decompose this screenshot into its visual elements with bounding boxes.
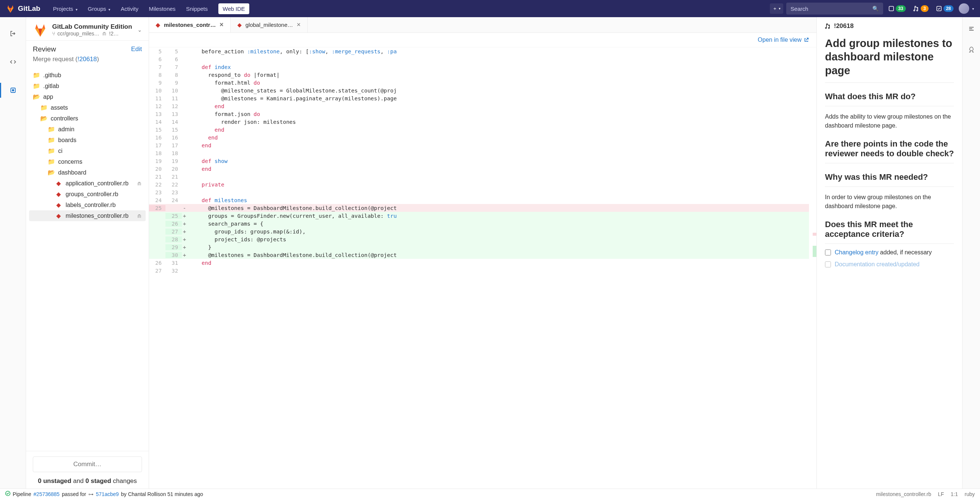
- mr-link[interactable]: !20618: [78, 56, 97, 63]
- code-line[interactable]: 2222 private: [149, 180, 809, 188]
- code-line[interactable]: 2020 end: [149, 165, 809, 173]
- acceptance-checkbox[interactable]: [825, 261, 831, 268]
- code-line[interactable]: 25- @milestones = DashboardMilestone.bui…: [149, 204, 809, 212]
- project-header[interactable]: GitLab Community Edition ⑂ccr/group_mile…: [26, 17, 149, 41]
- todos-badge[interactable]: 28: [934, 4, 956, 13]
- nav-projects[interactable]: Projects ▾: [49, 3, 81, 14]
- issues-badge[interactable]: 33: [886, 4, 908, 13]
- tree-folder[interactable]: 📁.github: [29, 70, 146, 81]
- merge-request-icon: ⫙: [137, 213, 142, 219]
- code-line[interactable]: 88 respond_to do |format|: [149, 71, 809, 79]
- plus-dropdown[interactable]: ＋▾: [770, 3, 783, 14]
- code-line[interactable]: 2631 end: [149, 259, 809, 267]
- code-editor[interactable]: 55 before_action :milestone, only: [:sho…: [149, 47, 809, 489]
- rail-review[interactable]: [6, 83, 21, 98]
- code-line[interactable]: 1616 end: [149, 134, 809, 141]
- code-line[interactable]: 1212 end: [149, 102, 809, 110]
- code-line[interactable]: 99 format.html do: [149, 79, 809, 86]
- tree-folder[interactable]: 📂dashboard: [29, 167, 146, 178]
- code-line[interactable]: 2424 def milestones: [149, 196, 809, 204]
- tree-folder[interactable]: 📁boards: [29, 135, 146, 145]
- rail-explorer[interactable]: [6, 26, 21, 41]
- rail-pipelines[interactable]: [969, 46, 974, 54]
- tree-label: milestones_controller.rb: [65, 212, 129, 219]
- tree-file[interactable]: ◆groups_controller.rb: [29, 189, 146, 199]
- nav-groups[interactable]: Groups ▾: [84, 3, 114, 14]
- editor-tab[interactable]: ◆milestones_contr…×: [149, 17, 231, 32]
- mr-title: Add group milestones to dashboard milest…: [825, 37, 954, 83]
- mr-id: !20618: [825, 22, 954, 30]
- code-line[interactable]: 55 before_action :milestone, only: [:sho…: [149, 47, 809, 55]
- mr-check-heading: Are there points in the code the reviewe…: [825, 139, 954, 163]
- tree-file[interactable]: ◆milestones_controller.rb⫙: [29, 210, 146, 221]
- branch-icon: ⑂: [52, 30, 55, 37]
- project-caret[interactable]: ⌄: [137, 27, 142, 33]
- folder-icon: 📁: [33, 72, 40, 79]
- search-box[interactable]: 🔍: [786, 3, 883, 14]
- code-line[interactable]: 1111 @milestones = Kaminari.paginate_arr…: [149, 94, 809, 102]
- code-line[interactable]: 1010 @milestone_states = GlobalMilestone…: [149, 86, 809, 94]
- tree-folder[interactable]: 📁ci: [29, 145, 146, 156]
- mr-what-body: Adds the ability to view group milestone…: [825, 112, 954, 130]
- rail-source[interactable]: [6, 54, 21, 69]
- search-input[interactable]: [791, 6, 872, 12]
- code-line[interactable]: 2121: [149, 173, 809, 180]
- plus-icon: ＋: [772, 5, 777, 12]
- close-icon[interactable]: ×: [220, 21, 224, 29]
- tree-file[interactable]: ◆application_controller.rb⫙: [29, 178, 146, 189]
- tree-folder[interactable]: 📁admin: [29, 124, 146, 135]
- folder-icon: 📁: [48, 147, 54, 155]
- code-line[interactable]: 1515 end: [149, 126, 809, 134]
- folder-icon: 📁: [48, 126, 54, 133]
- code-line[interactable]: 66: [149, 55, 809, 63]
- code-line[interactable]: 1414 render json: milestones: [149, 118, 809, 126]
- file-tree: 📁.github📁.gitlab📂app📁assets📂controllers📁…: [26, 68, 149, 451]
- tree-folder[interactable]: 📁.gitlab: [29, 81, 146, 91]
- code-line[interactable]: 30+ @milestones = DashboardMilestone.bui…: [149, 251, 809, 259]
- merge-requests-badge[interactable]: 3: [911, 4, 931, 13]
- code-line[interactable]: 1919 def show: [149, 157, 809, 165]
- commit-button[interactable]: Commit…: [33, 456, 142, 472]
- editor-tab[interactable]: ◆global_milestone…×: [231, 17, 308, 32]
- avatar[interactable]: [959, 3, 969, 14]
- changelog-link[interactable]: Changelog entry: [835, 249, 878, 255]
- close-icon[interactable]: ×: [297, 21, 301, 29]
- tree-file[interactable]: ◆labels_controller.rb: [29, 199, 146, 210]
- minimap[interactable]: [809, 47, 816, 489]
- nav-snippets[interactable]: Snippets: [182, 3, 211, 14]
- nav-activity[interactable]: Activity: [117, 3, 142, 14]
- brand-logo[interactable]: GitLab: [6, 4, 40, 13]
- code-line[interactable]: 1818: [149, 149, 809, 157]
- acceptance-checkbox[interactable]: [825, 250, 831, 255]
- nav-milestones[interactable]: Milestones: [145, 3, 179, 14]
- webide-button[interactable]: Web IDE: [218, 3, 250, 14]
- code-line[interactable]: 77 def index: [149, 63, 809, 71]
- folder-open-icon: 📂: [33, 93, 40, 100]
- code-line[interactable]: 25+ groups = GroupsFinder.new(current_us…: [149, 212, 809, 220]
- brand-text: GitLab: [18, 5, 40, 13]
- mr-what-heading: What does this MR do?: [825, 92, 954, 106]
- chevron-down-icon: ▾: [779, 7, 781, 10]
- open-in-file-view-link[interactable]: Open in file view: [758, 37, 809, 43]
- tree-folder[interactable]: 📁assets: [29, 102, 146, 113]
- code-line[interactable]: 28+ project_ids: @projects: [149, 235, 809, 243]
- svg-point-3: [12, 89, 14, 91]
- code-line[interactable]: 29+ }: [149, 243, 809, 251]
- commit-link[interactable]: 571acbe9: [96, 491, 119, 497]
- edit-link[interactable]: Edit: [131, 46, 142, 53]
- tree-folder[interactable]: 📂app: [29, 91, 146, 102]
- tree-label: ci: [58, 148, 63, 155]
- docs-link[interactable]: Documentation created/updated: [835, 261, 920, 268]
- code-line[interactable]: 1717 end: [149, 141, 809, 149]
- right-rail: [962, 17, 980, 489]
- code-line[interactable]: 1313 format.json do: [149, 110, 809, 118]
- code-line[interactable]: 2323: [149, 188, 809, 196]
- tree-label: controllers: [51, 115, 78, 122]
- code-line[interactable]: 27+ group_ids: groups.map(&:id),: [149, 228, 809, 235]
- code-line[interactable]: 2732: [149, 267, 809, 274]
- tree-folder[interactable]: 📂controllers: [29, 113, 146, 124]
- tree-folder[interactable]: 📁concerns: [29, 156, 146, 167]
- rail-toggle[interactable]: [968, 26, 975, 33]
- code-line[interactable]: 26+ search_params = {: [149, 220, 809, 228]
- pipeline-link[interactable]: #25736885: [33, 491, 60, 497]
